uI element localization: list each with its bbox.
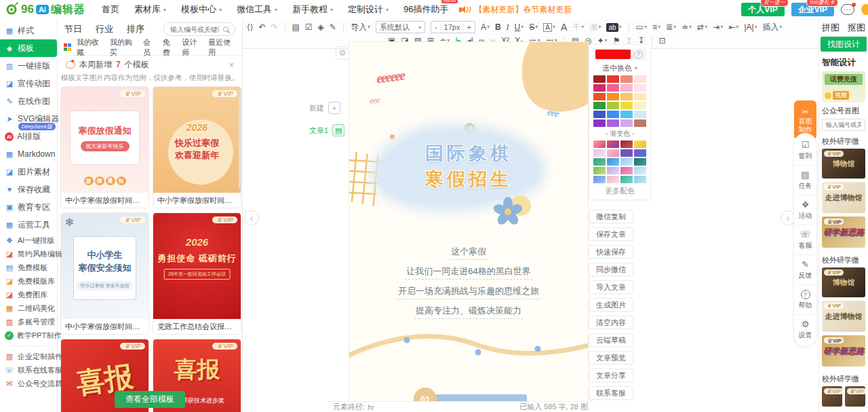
more-colors-link[interactable]: 更多配色 [593,183,646,196]
font-case-icon[interactable]: A [561,22,567,32]
personal-vip-button[interactable]: 买一送一 个人VIP [741,3,784,16]
color-swatch[interactable] [634,84,646,92]
gradient-swatch[interactable] [593,158,606,166]
color-swatch[interactable] [620,119,633,127]
color-swatch[interactable] [634,75,646,83]
announcement[interactable]: )) 【素材更新】春节素材更新 [459,4,572,16]
action-button[interactable]: 保存文章 [589,227,633,241]
section-title-banner[interactable] [432,394,527,401]
right-panel-tab[interactable]: 拼图 [822,22,840,34]
sidebar-item-styles[interactable]: ▦样式 [0,22,57,39]
sidebar-item-simple-style-editor[interactable]: ◪简约风格编辑 [0,247,57,261]
article-1-tab[interactable]: 文章1 ▤ [309,124,344,136]
sidebar-item-enterprise-plugin[interactable]: ▥企业定制插件 [0,350,57,363]
right-template-thumbnail[interactable]: ♛VIP研学新思路 [822,335,865,367]
color-swatch[interactable] [607,111,619,118]
action-button[interactable]: 生成图片 [589,298,633,312]
sidebar-item-promo-gif[interactable]: ◪宣传动图 [0,75,57,92]
line-height-icon[interactable]: ≣▾ [666,22,676,32]
close-icon[interactable]: × [229,60,234,70]
sidebar-item-contact-support[interactable]: ☏联系在线客服 [0,363,57,377]
color-swatch[interactable] [620,84,633,92]
color-swatch[interactable] [607,102,619,109]
right-template-thumbnail[interactable]: ♛VIP走进博物馆 [822,182,865,213]
rail-item-帮助[interactable]: ?帮助 [794,285,816,315]
quick-link[interactable]: 会员 [143,37,157,58]
sidebar-item-ai-layout[interactable]: AIAI排版DeepSeek版 [0,128,57,145]
color-swatch[interactable] [634,93,646,100]
filter-tab[interactable]: 节日 [64,23,82,35]
import-menu[interactable]: 导入▾ [351,22,370,32]
filter-tab[interactable]: 行业 [96,23,113,35]
color-swatch[interactable] [620,102,633,109]
current-color-swatch[interactable] [595,50,631,59]
promo-orb-icon[interactable] [861,4,868,15]
font-family-select[interactable]: 系统默认▾ [376,21,425,33]
gradient-swatch[interactable] [634,167,646,174]
quick-link[interactable]: 我的收藏 [77,37,104,58]
action-button[interactable]: 文章分享 [589,369,633,382]
find-image-design-button[interactable]: 找图设计 [821,37,867,52]
action-button[interactable]: 联系客服 [589,386,633,400]
quick-link[interactable]: 最近使用 [208,37,236,58]
font-size-stepper[interactable]: -17px+ [431,21,475,33]
gradient-swatch[interactable] [607,149,619,157]
rail-item-任务[interactable]: ▤任务 [794,166,816,195]
horizontal-space-icon[interactable]: ⇄▾ [697,22,707,32]
sidebar-item-multi-account[interactable]: ▥多账号管理 [0,315,57,329]
recolor-selector[interactable]: 选中换色 ▾ [593,60,646,75]
menu-item-home[interactable]: 首页 [102,3,119,16]
right-panel-tab[interactable]: 抠图 [848,22,865,34]
font-color-icon[interactable]: A▾ [481,22,490,32]
canvas-paragraph[interactable]: 提高专注力、锻炼决策能力 [414,305,523,317]
right-template-thumbnail[interactable]: ♛VIP走进博物馆 [822,301,865,332]
sidebar-item-operation-tools[interactable]: ▦运营工具 [0,216,57,233]
action-button[interactable]: 导入文章 [589,280,633,294]
help-icon[interactable]: ? [634,50,643,59]
quick-link[interactable]: 我的购买 [110,37,138,58]
color-swatch[interactable] [620,75,633,83]
canvas-title-line2[interactable]: 寒假招生 [349,167,588,191]
gradient-swatch[interactable] [607,158,619,166]
right-template-thumbnail[interactable]: ♛VIP [822,386,842,407]
color-swatch[interactable] [620,111,633,118]
canvas-settings-gear-icon[interactable]: ⚙ [336,46,349,60]
gradient-swatch[interactable] [593,149,606,157]
bold-icon[interactable]: B [495,22,501,32]
action-button[interactable]: 清空内容 [589,316,633,329]
canvas-paragraph[interactable]: 开启一场充满挑战与乐趣的思维之旅 [397,285,540,297]
view-all-templates-button[interactable]: 查看全部模板 [115,391,185,408]
source-code-icon[interactable]: ⟨⟩ [247,22,253,32]
sidebar-item-markdown[interactable]: ▦Markdown [0,145,57,163]
color-swatch[interactable] [634,111,646,118]
canvas-paragraphs[interactable]: 这个寒假让我们一同走进64格的黑白世界开启一场充满挑战与乐趣的思维之旅提高专注力… [349,246,588,317]
color-swatch[interactable] [593,111,606,118]
gradient-swatch[interactable] [620,167,633,174]
sidebar-item-templates[interactable]: ◈模板 [0,39,57,57]
template-card[interactable]: ♛VIP放假通知寒假放假通知祝大家新年快乐中小学寒假放假时间安排… [61,87,149,208]
menu-item-template-center[interactable]: 模板中心▾ [181,3,222,16]
sidebar-item-education-zone[interactable]: ▣教育专区 [0,198,57,216]
menu-item-custom-design[interactable]: 定制设计▾ [348,3,389,16]
fullscreen-icon[interactable]: ⊡ [659,36,666,45]
menu-item-beginner-tutorial[interactable]: 新手教程▾ [292,3,333,16]
section-number-badge[interactable]: 01 [414,388,437,401]
format-painter-icon[interactable]: ✎ [330,22,336,32]
template-panel-scrollbar[interactable] [239,94,241,189]
new-doc-icon[interactable]: ▤ [292,22,300,32]
sidebar-item-wechat-group[interactable]: ✉公众号交流群 [0,377,57,390]
sidebar-item-favorites[interactable]: ♥保存收藏 [0,181,57,198]
editor-canvas[interactable]: eeeeee eee eee 国际象棋 寒假招生 [349,42,588,401]
italic-icon[interactable]: I [507,22,509,32]
gradient-swatch[interactable] [634,158,646,166]
template-card[interactable]: ♛VIP中小学生 寒假安全须知快乐过寒假 安全不放假中小学寒假放假时间安排… [61,213,149,334]
gradient-swatch[interactable] [593,176,606,183]
gradient-swatch[interactable] [634,176,646,183]
action-button[interactable]: 文章预览 [589,351,633,364]
doc-check-icon[interactable]: ☑ [305,22,313,32]
sidebar-item-image-assets[interactable]: ◪图片素材 [0,163,57,181]
color-swatch[interactable] [607,93,619,100]
color-swatch[interactable] [634,119,646,127]
gradient-swatch[interactable] [620,141,633,148]
menu-item-material-library[interactable]: 素材库▾ [134,3,166,16]
